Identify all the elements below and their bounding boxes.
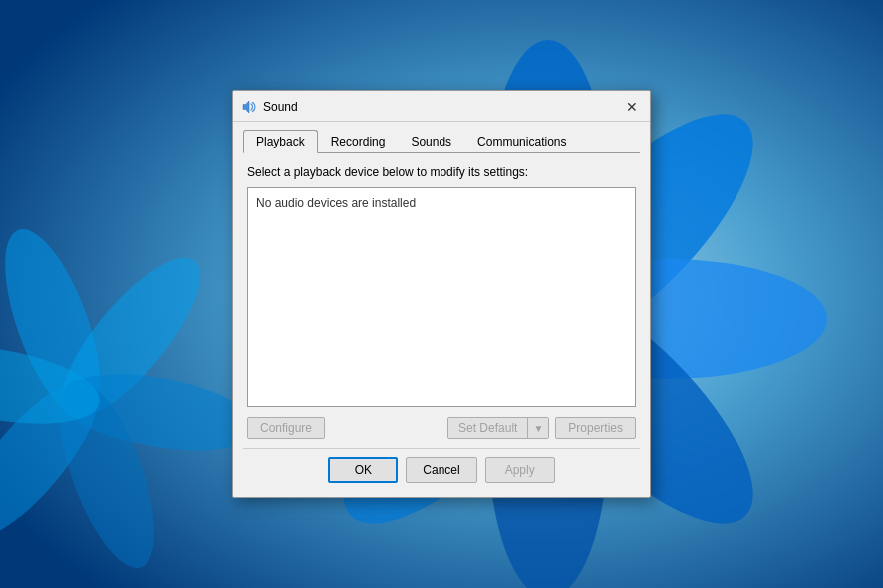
content-area: Select a playback device below to modify… xyxy=(243,165,640,407)
svg-point-10 xyxy=(40,239,221,437)
cancel-button[interactable]: Cancel xyxy=(406,457,476,483)
title-bar-left: Sound xyxy=(241,99,298,115)
left-buttons: Configure xyxy=(247,417,325,439)
tab-sounds[interactable]: Sounds xyxy=(398,130,464,153)
tab-communications[interactable]: Communications xyxy=(464,130,579,153)
title-bar: Sound ✕ xyxy=(233,91,650,122)
configure-button[interactable]: Configure xyxy=(247,417,325,439)
tab-recording[interactable]: Recording xyxy=(318,130,399,153)
ok-button[interactable]: OK xyxy=(328,457,398,483)
instruction-text: Select a playback device below to modify… xyxy=(247,165,636,179)
set-default-split: Set Default ▼ xyxy=(447,417,549,439)
sound-dialog-icon xyxy=(241,99,257,115)
device-list[interactable]: No audio devices are installed xyxy=(247,187,636,407)
apply-button[interactable]: Apply xyxy=(485,457,555,483)
svg-point-9 xyxy=(0,218,120,430)
close-button[interactable]: ✕ xyxy=(622,97,642,117)
tab-playback[interactable]: Playback xyxy=(243,130,318,153)
tab-bar: Playback Recording Sounds Communications xyxy=(243,130,640,153)
svg-point-11 xyxy=(54,361,262,464)
set-default-dropdown[interactable]: ▼ xyxy=(528,418,548,438)
sound-dialog: Sound ✕ Playback Recording Sounds Commun… xyxy=(232,90,651,498)
set-default-button[interactable]: Set Default xyxy=(448,418,528,438)
properties-button[interactable]: Properties xyxy=(555,417,636,439)
svg-point-12 xyxy=(40,368,173,579)
dialog-title: Sound xyxy=(263,100,298,114)
bottom-buttons: Configure Set Default ▼ Properties xyxy=(243,417,640,439)
dialog-actions: OK Cancel Apply xyxy=(243,448,640,487)
svg-point-14 xyxy=(0,333,106,437)
svg-point-13 xyxy=(0,361,120,558)
dialog-body: Playback Recording Sounds Communications… xyxy=(233,122,650,497)
right-buttons: Set Default ▼ Properties xyxy=(447,417,636,439)
no-devices-label: No audio devices are installed xyxy=(256,196,416,210)
